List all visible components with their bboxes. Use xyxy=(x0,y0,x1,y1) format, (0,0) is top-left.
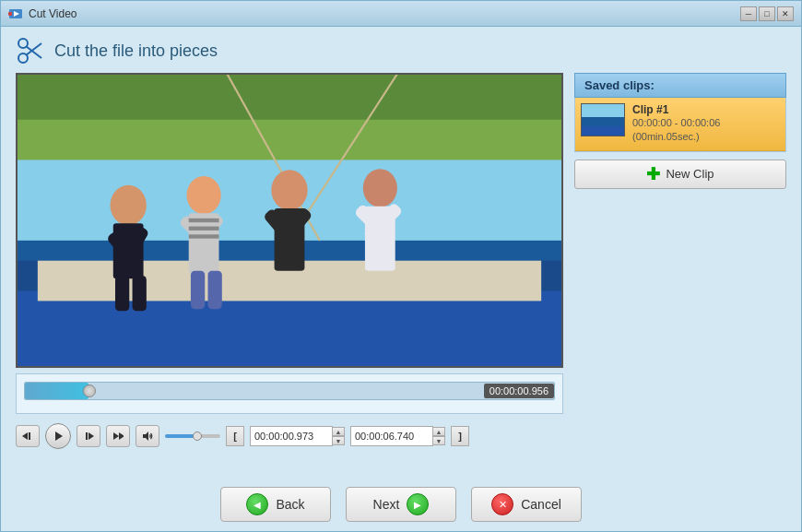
maximize-button[interactable]: □ xyxy=(759,6,775,21)
svg-rect-25 xyxy=(189,234,219,238)
svg-marker-44 xyxy=(119,432,124,440)
cancel-icon xyxy=(491,493,513,515)
window-controls: ─ □ ✕ xyxy=(740,6,794,21)
window-title: Cut Video xyxy=(29,7,735,20)
svg-marker-43 xyxy=(113,432,119,440)
next-label: Next xyxy=(373,497,400,512)
volume-thumb[interactable] xyxy=(193,432,202,441)
svg-rect-34 xyxy=(115,276,129,311)
back-button[interactable]: Back xyxy=(220,487,331,522)
timeline-thumb[interactable] xyxy=(83,384,96,397)
cancel-button[interactable]: Cancel xyxy=(471,487,582,522)
back-label: Back xyxy=(276,497,304,512)
start-time-down[interactable]: ▼ xyxy=(332,436,345,445)
window-icon xyxy=(8,6,23,21)
svg-rect-2 xyxy=(8,12,12,16)
svg-rect-42 xyxy=(86,432,88,440)
svg-marker-40 xyxy=(55,432,63,441)
volume-slider[interactable] xyxy=(165,434,220,438)
svg-marker-41 xyxy=(88,432,94,440)
footer: Back Next Cancel xyxy=(1,478,801,531)
volume-button[interactable] xyxy=(136,425,159,447)
mark-out-button[interactable]: ] xyxy=(451,426,469,446)
content-area: 00:00:00.956 xyxy=(1,73,801,478)
next-button[interactable]: Next xyxy=(346,487,456,522)
svg-point-19 xyxy=(187,176,221,215)
cancel-label: Cancel xyxy=(521,497,561,512)
current-time-display: 00:00:00.956 xyxy=(484,384,554,398)
scissors-icon xyxy=(16,36,45,65)
page-header: Cut the file into pieces xyxy=(1,27,801,73)
svg-rect-23 xyxy=(189,219,219,222)
play-button[interactable] xyxy=(45,423,71,449)
main-window: Cut Video ─ □ ✕ Cut the file into pieces xyxy=(0,0,802,532)
clip-name: Clip #1 xyxy=(632,103,780,116)
clip-thumb-visual xyxy=(582,104,624,136)
start-time-spinner[interactable]: ▲ ▼ xyxy=(332,427,345,445)
svg-rect-9 xyxy=(18,120,561,160)
page-title: Cut the file into pieces xyxy=(54,41,218,61)
svg-rect-37 xyxy=(208,271,222,310)
left-panel: 00:00:00.956 xyxy=(16,73,563,470)
skip-forward-button[interactable] xyxy=(77,425,100,447)
close-button[interactable]: ✕ xyxy=(777,6,794,21)
end-time-input[interactable]: 00:00:06.740 xyxy=(350,426,433,446)
svg-marker-45 xyxy=(143,432,148,441)
back-icon xyxy=(246,493,268,515)
clip-time-range: 00:00:00 - 00:00:06 xyxy=(632,116,780,130)
video-scene xyxy=(18,75,561,366)
saved-clips-section: Saved clips: Clip #1 00:00:00 - 00:00:06… xyxy=(574,73,786,152)
timeline-area[interactable]: 00:00:00.956 xyxy=(16,373,563,414)
timeline-progress xyxy=(25,383,88,399)
minimize-button[interactable]: ─ xyxy=(740,6,757,21)
new-clip-label: New Clip xyxy=(666,167,714,181)
svg-point-15 xyxy=(111,185,147,226)
svg-point-26 xyxy=(271,170,307,210)
svg-rect-35 xyxy=(133,276,147,311)
rewind-to-start-button[interactable] xyxy=(16,425,40,447)
title-bar: Cut Video ─ □ ✕ xyxy=(1,1,801,27)
svg-rect-11 xyxy=(18,290,561,366)
saved-clips-list[interactable]: Clip #1 00:00:00 - 00:00:06 (00min.05sec… xyxy=(574,98,786,152)
plus-icon: ✚ xyxy=(646,166,660,183)
clip-item[interactable]: Clip #1 00:00:00 - 00:00:06 (00min.05sec… xyxy=(575,98,785,151)
clip-thumbnail xyxy=(581,103,625,136)
svg-rect-24 xyxy=(189,227,219,231)
svg-marker-38 xyxy=(22,432,28,440)
video-frame xyxy=(18,75,561,366)
end-time-down[interactable]: ▼ xyxy=(432,436,445,445)
svg-point-30 xyxy=(363,169,397,207)
end-time-up[interactable]: ▲ xyxy=(432,427,445,436)
clip-info: Clip #1 00:00:00 - 00:00:06 (00min.05sec… xyxy=(632,103,780,145)
saved-clips-header: Saved clips: xyxy=(574,73,786,98)
timeline-track[interactable]: 00:00:00.956 xyxy=(24,382,555,400)
clip-duration: (00min.05sec.) xyxy=(632,130,780,144)
start-time-up[interactable]: ▲ xyxy=(332,427,345,436)
mark-in-button[interactable]: [ xyxy=(226,426,244,446)
controls-row: [ 00:00:00.973 ▲ ▼ 00:00:06.740 ▲ ▼ ] xyxy=(16,423,563,449)
svg-rect-39 xyxy=(29,432,30,440)
next-icon xyxy=(407,493,429,515)
end-time-spinner[interactable]: ▲ ▼ xyxy=(432,427,445,445)
step-forward-button[interactable] xyxy=(106,425,130,447)
new-clip-button[interactable]: ✚ New Clip xyxy=(574,160,786,189)
video-preview xyxy=(16,73,563,368)
right-panel: Saved clips: Clip #1 00:00:00 - 00:00:06… xyxy=(574,73,786,470)
start-time-input[interactable]: 00:00:00.973 xyxy=(250,426,333,446)
svg-rect-36 xyxy=(191,271,205,310)
